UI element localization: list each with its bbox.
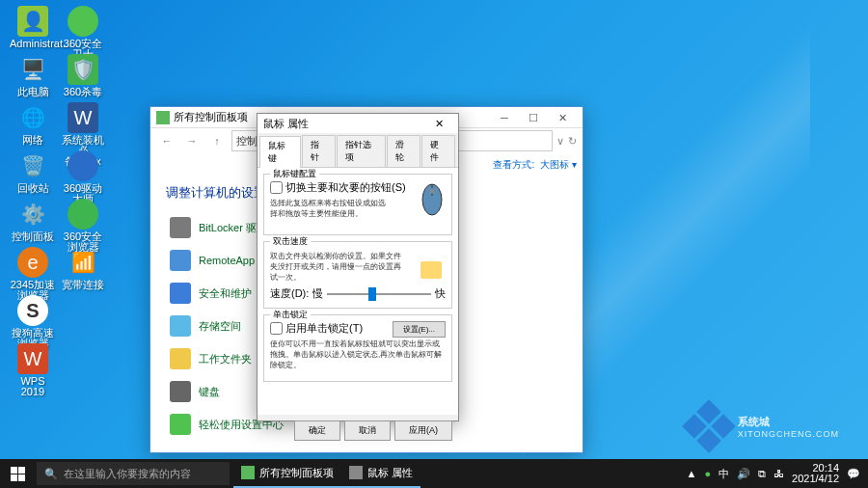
desktop-icon-recycle[interactable]: 🗑️回收站 xyxy=(10,150,56,194)
search-icon: 🔍 xyxy=(44,468,58,480)
tray-icon[interactable]: ● xyxy=(704,468,711,479)
desktop-icon-360drv[interactable]: 360驱动大师 xyxy=(60,150,106,204)
tab-pointer[interactable]: 指针 xyxy=(302,135,336,167)
notifications-icon[interactable]: 💬 xyxy=(847,468,860,480)
desktop-icon-cp[interactable]: ⚙️控制面板 xyxy=(10,199,56,242)
taskbar-item-cp[interactable]: 所有控制面板项 xyxy=(233,459,341,488)
start-button[interactable] xyxy=(0,459,35,488)
back-button[interactable]: ← xyxy=(156,130,177,151)
desktop-icon-broadband[interactable]: 📶宽带连接 xyxy=(60,247,106,290)
system-tray: ▲ ● 中 🔊 ⧉ 🖧 20:14 2021/4/12 💬 xyxy=(679,463,868,484)
settings-button[interactable]: 设置(E)... xyxy=(393,321,446,338)
doubleclick-group: 双击速度 双击文件夹以检测你的设置。如果文件夹没打开或关闭，请用慢一点的设置再试… xyxy=(263,241,452,309)
clock[interactable]: 20:14 2021/4/12 xyxy=(792,463,839,484)
cp-title: 所有控制面板项 xyxy=(174,110,248,124)
swap-buttons-checkbox[interactable]: 切换主要和次要的按钮(S) xyxy=(270,180,446,195)
desktop-icon-360safe[interactable]: 360安全卫士 xyxy=(60,6,106,60)
mouse-properties-dialog: 鼠标 属性 ✕ 鼠标键 指针 指针选项 滑轮 硬件 鼠标键配置 切换主要和次要的… xyxy=(257,113,459,421)
tray-icon[interactable]: ⧉ xyxy=(758,468,766,480)
button-config-group: 鼠标键配置 切换主要和次要的按钮(S) 选择此复选框来将右按钮设成如选择和拖放等… xyxy=(263,174,452,235)
watermark: 系统城 XITONGCHENG.COM xyxy=(686,403,839,449)
taskbar-item-mouse[interactable]: 鼠标 属性 xyxy=(341,459,420,488)
desktop-icon-network[interactable]: 🌐网络 xyxy=(10,102,56,146)
test-folder-icon[interactable] xyxy=(420,261,442,279)
desktop-icon-sogou[interactable]: S搜狗高速浏览器 xyxy=(10,295,56,349)
maximize-button[interactable]: ☐ xyxy=(519,108,548,127)
desktop-icon-2345[interactable]: e2345加速浏览器 xyxy=(10,247,56,301)
tab-buttons[interactable]: 鼠标键 xyxy=(259,136,301,168)
up-button[interactable]: ↑ xyxy=(206,130,228,151)
mouse-icon xyxy=(420,182,444,217)
desktop-icon-360browser[interactable]: 360安全浏览器 xyxy=(60,199,106,253)
tab-wheel[interactable]: 滑轮 xyxy=(387,135,420,167)
desktop-icon-wps[interactable]: WWPS 2019 xyxy=(10,343,56,397)
clicklock-group: 单击锁定 设置(E)... 启用单击锁定(T) 使你可以不用一直按着鼠标按钮就可… xyxy=(263,314,452,382)
apply-button[interactable]: 应用(A) xyxy=(394,420,452,441)
desktop-icon-360av[interactable]: 🛡️360杀毒 xyxy=(60,54,106,97)
dialog-title: 鼠标 属性 xyxy=(263,117,309,131)
cancel-button[interactable]: 取消 xyxy=(344,420,391,441)
minimize-button[interactable]: ─ xyxy=(490,108,519,127)
taskbar: 🔍 在这里输入你要搜索的内容 所有控制面板项 鼠标 属性 ▲ ● 中 🔊 ⧉ 🖧… xyxy=(0,459,868,488)
svg-rect-2 xyxy=(430,188,434,194)
desktop-icon-admin[interactable]: 👤Administrat... xyxy=(10,6,56,49)
tab-hardware[interactable]: 硬件 xyxy=(421,135,455,167)
tab-pointer-options[interactable]: 指针选项 xyxy=(337,135,387,167)
dialog-close-button[interactable]: ✕ xyxy=(425,118,452,130)
view-label: 查看方式: xyxy=(493,158,534,172)
desktop-icon-pc[interactable]: 🖥️此电脑 xyxy=(10,54,56,97)
tray-icon[interactable]: 中 xyxy=(719,467,729,481)
cp-icon xyxy=(156,111,170,124)
dialog-tabs: 鼠标键 指针 指针选项 滑轮 硬件 xyxy=(258,133,458,168)
forward-button[interactable]: → xyxy=(181,130,203,151)
tray-icon[interactable]: ▲ xyxy=(687,468,697,479)
tray-icon[interactable]: 🔊 xyxy=(737,468,750,480)
network-icon[interactable]: 🖧 xyxy=(773,468,784,479)
mouse-taskbar-icon xyxy=(349,466,363,479)
clicklock-checkbox[interactable]: 启用单击锁定(T) xyxy=(270,321,393,336)
dialog-titlebar[interactable]: 鼠标 属性 ✕ xyxy=(258,114,458,133)
speed-slider[interactable]: 速度(D): 慢 快 xyxy=(270,286,446,301)
cp-taskbar-icon xyxy=(241,466,255,479)
close-button[interactable]: ✕ xyxy=(548,108,577,127)
search-input[interactable]: 🔍 在这里输入你要搜索的内容 xyxy=(37,462,230,485)
view-mode-dropdown[interactable]: 大图标 ▾ xyxy=(540,158,577,172)
ok-button[interactable]: 确定 xyxy=(294,420,340,441)
